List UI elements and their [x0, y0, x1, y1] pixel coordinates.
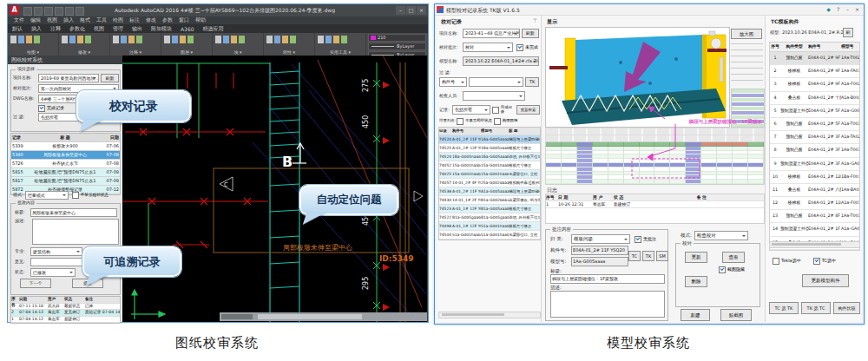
- component-row[interactable]: 13 预制凸窗 E04A-01_2# 8F Y.. 1Aa-T001: [770, 210, 859, 223]
- history-row[interactable]: 1 07-11 15:10 武大薛 最新状态 已修: [11, 304, 120, 311]
- tc-button[interactable]: TC: [628, 251, 641, 261]
- research-button[interactable]: 重新检索: [516, 105, 540, 115]
- model-record-row[interactable]: 74430 14-01_1# 2F YGC B1a-G002bbbda 边梁宽修…: [439, 196, 540, 205]
- help-button[interactable]: ?: [834, 5, 842, 13]
- title-input[interactable]: 局部板墩未伸至梁中心: [30, 208, 117, 217]
- follow-checkbox[interactable]: [494, 118, 501, 125]
- note-desc-textarea[interactable]: [550, 291, 665, 318]
- component-row[interactable]: 14 预制混凝土外墙 E04A-01_2# 1F Y.. A1a-GA03: [770, 223, 859, 236]
- ribbon-tab[interactable]: 默认: [8, 24, 27, 34]
- component-filter-select[interactable]: 构件号: [439, 77, 467, 87]
- view-button[interactable]: 查看: [722, 252, 745, 263]
- refresh-button[interactable]: 刷新: [522, 29, 539, 38]
- component-row[interactable]: 4 叠合板 E04A-01_2# 十层.. A1a-B002: [770, 92, 859, 105]
- component-row[interactable]: 10 楼梯板 E04A-01_2# 12F .. 1Ba-F001: [770, 171, 859, 184]
- pin-icon[interactable]: ⊤: [533, 17, 537, 23]
- status-select[interactable]: 已修改: [30, 268, 76, 277]
- component-row[interactable]: 9 预制混凝土外墙 E04A-01_2# 3F Y.. A1a-GA03: [770, 158, 859, 171]
- unfinished-checkbox[interactable]: [516, 44, 523, 51]
- model-record-row[interactable]: 74052 15a-G001haaba 15a-G001haaba 模板尺寸修正: [439, 161, 540, 170]
- minimize-button[interactable]: –: [844, 5, 852, 13]
- project-select[interactable]: 2023-41~49 信息产业片区2#+02#8F…: [463, 29, 520, 38]
- minimize-button[interactable]: –: [396, 6, 405, 15]
- save-icon[interactable]: [44, 7, 53, 16]
- component-row[interactable]: 11 叠合板 E04A-01_2# 八层.. 1Aa-BA02: [770, 184, 859, 197]
- horizontal-scrollbar[interactable]: [438, 312, 541, 318]
- model-record-row[interactable]: 74520 A-01_2# 11F YGC 1Aa-G005aaaaa 梯段与上…: [439, 135, 540, 144]
- checker-select[interactable]: [463, 91, 525, 101]
- ribbon-tab[interactable]: 视图: [89, 24, 108, 34]
- sm-button[interactable]: SM: [656, 251, 668, 261]
- model-record-row[interactable]: 74522 B1a-G005gaaba B1a-G005gaaba 说明, 外补…: [439, 213, 540, 222]
- component-filter-input[interactable]: [469, 77, 523, 87]
- ribbon-tab[interactable]: 注释: [46, 24, 65, 34]
- done-checkbox[interactable]: [38, 105, 45, 112]
- component-row[interactable]: 12 楼梯板 E04A-01_2# 11F .. A1a-F003: [770, 197, 859, 210]
- ribbon-group[interactable]: 注释 ▾: [110, 33, 161, 56]
- enlarge-button[interactable]: 放大图: [731, 29, 762, 39]
- new-file-icon[interactable]: [23, 7, 32, 16]
- tc-select-checkbox[interactable]: [813, 258, 820, 265]
- autocad-logo-icon[interactable]: A: [10, 5, 19, 15]
- model-record-row[interactable]: 74523 A-01_1# 12F YGC B1a-G005xaaba 模板尺寸…: [439, 205, 540, 213]
- ribbon-group[interactable]: 修改 ▾: [59, 33, 110, 56]
- component-row[interactable]: 7 预制凸窗 E04A-01_2# 3F Y.. A1a-TA02: [770, 131, 859, 144]
- ribbon-tab[interactable]: 管理: [108, 24, 128, 34]
- delete-button[interactable]: 删除: [685, 276, 707, 287]
- mode-select[interactable]: 增量模式: [25, 191, 69, 200]
- ribbon-tab[interactable]: 插入: [27, 24, 46, 34]
- tk-button[interactable]: TK: [642, 251, 654, 261]
- maximize-button[interactable]: □: [406, 6, 416, 15]
- adjacent-checkbox[interactable]: [72, 192, 79, 199]
- model-record-row[interactable]: 74504 S1a-G001haaba S1a-G001haaba 无梁留位口,…: [439, 231, 540, 240]
- record-row[interactable]: 5817 砼墙漏应图,增"预埋DN75止水1 07-09: [11, 177, 120, 186]
- ribbon-tab[interactable]: 输出: [128, 24, 147, 34]
- model-record-row[interactable]: 74525 A-01_2# 12F YGC 1Ba-G005xaaba 模板尺寸…: [439, 144, 540, 153]
- open-file-icon[interactable]: [34, 7, 43, 16]
- component-row[interactable]: 8 预制凸窗 E04A-01_2# 3F Y.. 1Aa-T003: [770, 144, 859, 157]
- model-record-row[interactable]: 74538 A-01_2# 11F YGC A1a-G005aaaaa 梯段与上…: [439, 187, 540, 196]
- update-components-button[interactable]: 更新模型构件: [802, 274, 849, 287]
- model-record-row[interactable]: 74524 1Ba-G005naaba 1Ba-G005aaaba 说明, 外补…: [439, 153, 540, 161]
- adjacent-checkbox[interactable]: [457, 118, 464, 125]
- teamcenter-icon[interactable]: ◆: [825, 5, 832, 13]
- next-button[interactable]: 下一个: [20, 279, 51, 288]
- ribbon-group[interactable]: 绘图 ▾: [8, 33, 59, 56]
- project-name-select[interactable]: 2019-69 秦皇岛勘河西地块…: [38, 74, 99, 82]
- ribbon-group[interactable]: 实用工具 ▾: [315, 33, 366, 56]
- log-row[interactable]: 1 10-26 12:31 秦志军 新建校订: [546, 201, 764, 208]
- hide-screenshot-checkbox[interactable]: [719, 266, 726, 273]
- reload-button[interactable]: 刷: [843, 28, 853, 37]
- tekla-select-checkbox[interactable]: [773, 258, 779, 265]
- desc-textarea[interactable]: [32, 219, 119, 245]
- record-row[interactable]: 5339 板整改大900 07-06: [11, 142, 120, 151]
- ribbon-tab[interactable]: A360: [176, 25, 199, 33]
- review-grid[interactable]: [545, 141, 765, 185]
- major-select[interactable]: 建筑结构: [30, 247, 82, 256]
- ribbon-tab[interactable]: 附加模块: [147, 24, 176, 34]
- model-record-row[interactable]: 74498 A-01_1# 12F YGC S1a-G001haaba 模板尺寸…: [439, 222, 540, 231]
- record-filter-select[interactable]: 包括所有: [452, 105, 490, 115]
- update-button[interactable]: 更新: [685, 252, 707, 263]
- category-select[interactable]: 模板问题: [571, 234, 630, 244]
- close-button[interactable]: ×: [853, 5, 861, 13]
- component-row[interactable]: 5 预制混凝土外墙 E04A-01_2# 5F Y.. A1a-G001: [770, 105, 859, 118]
- paste-screenshot-button[interactable]: 贴截图: [720, 309, 752, 321]
- model-3d-viewport[interactable]: [545, 27, 730, 128]
- component-row[interactable]: 6 预制凸窗 E04A-01_2# 5F Y.. A1a-T001: [770, 118, 859, 131]
- component-row[interactable]: 3 楼梯板 E04A-01_2# 9F Y.. A1a-F002: [770, 78, 859, 91]
- record-row[interactable]: 5726 补齐缺止水节 07-08: [11, 160, 120, 168]
- horizontal-scrollbar[interactable]: [769, 241, 860, 248]
- ribbon-tab[interactable]: 精选应用: [199, 24, 228, 34]
- model-name-select[interactable]: 2023.10.22 E04A-01_1#2#.rfa.ZIP: [463, 56, 539, 66]
- model-record-row[interactable]: 74057 14-01_2# 4F YGC 25a-G002daaaa 模拟构件…: [439, 179, 540, 187]
- model-record-row[interactable]: 74025 15a-G001haaba 15a-G001haaba 无梁留位口,…: [439, 170, 540, 179]
- tk-button[interactable]: TK: [525, 77, 539, 87]
- mode-select[interactable]: 检查校对: [694, 231, 748, 240]
- batch-select[interactable]: 校对: [463, 43, 513, 52]
- record-row[interactable]: 5815 砼墙漏应图,增"预埋DN75止水1 07-09: [11, 168, 120, 177]
- record-row[interactable]: 5340 局部板墩未伸至梁中心 07-08: [11, 151, 120, 160]
- tc-to-tk-button[interactable]: TC 选 TK: [769, 302, 799, 314]
- no-note-checkbox[interactable]: [635, 236, 641, 243]
- ribbon-group[interactable]: 块 ▾: [213, 33, 264, 56]
